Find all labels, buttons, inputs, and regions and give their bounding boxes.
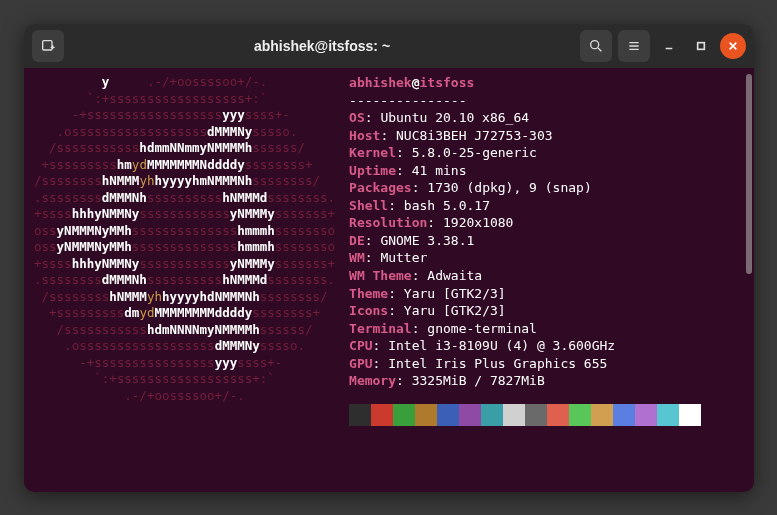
neofetch-logo: y .-/+oossssoo+/-. `:+ssssssssssssssssss…: [34, 74, 335, 482]
neofetch-info: abhishek@itsfoss --------------- OS: Ubu…: [349, 74, 701, 482]
info-key: Host: [349, 128, 380, 143]
info-value: 41 mins: [412, 163, 467, 178]
info-value: GNOME 3.38.1: [380, 233, 474, 248]
info-key: Kernel: [349, 145, 396, 160]
terminal-window: abhishek@itsfoss: ~ y .-/+oossssoo+/-.: [24, 24, 754, 492]
info-key: Theme: [349, 286, 388, 301]
svg-line-4: [598, 48, 601, 51]
info-value: gnome-terminal: [427, 321, 537, 336]
info-value: 3325MiB / 7827MiB: [412, 373, 545, 388]
hostname: itsfoss: [420, 75, 475, 90]
info-key: Resolution: [349, 215, 427, 230]
info-value: 5.8.0-25-generic: [412, 145, 537, 160]
info-value: Yaru [GTK2/3]: [404, 286, 506, 301]
info-row: Packages: 1730 (dpkg), 9 (snap): [349, 179, 701, 197]
color-swatch: [503, 404, 525, 426]
close-button[interactable]: [720, 33, 746, 59]
color-swatch: [679, 404, 701, 426]
info-row: Theme: Yaru [GTK2/3]: [349, 285, 701, 303]
color-swatch: [547, 404, 569, 426]
info-row: WM Theme: Adwaita: [349, 267, 701, 285]
username: abhishek: [349, 75, 412, 90]
color-swatch: [613, 404, 635, 426]
info-key: GPU: [349, 356, 372, 371]
info-row: OS: Ubuntu 20.10 x86_64: [349, 109, 701, 127]
info-row: Kernel: 5.8.0-25-generic: [349, 144, 701, 162]
info-key: Memory: [349, 373, 396, 388]
scrollbar[interactable]: [746, 74, 752, 274]
info-key: CPU: [349, 338, 372, 353]
color-swatch: [349, 404, 371, 426]
color-swatch: [657, 404, 679, 426]
info-key: Packages: [349, 180, 412, 195]
info-row: CPU: Intel i3-8109U (4) @ 3.600GHz: [349, 337, 701, 355]
svg-rect-9: [698, 43, 705, 50]
info-row: DE: GNOME 3.38.1: [349, 232, 701, 250]
window-title: abhishek@itsfoss: ~: [70, 38, 574, 54]
info-value: Intel i3-8109U (4) @ 3.600GHz: [388, 338, 615, 353]
info-value: NUC8i3BEH J72753-303: [396, 128, 553, 143]
color-swatch: [371, 404, 393, 426]
color-swatch: [415, 404, 437, 426]
info-key: OS: [349, 110, 365, 125]
info-key: DE: [349, 233, 365, 248]
info-value: Adwaita: [427, 268, 482, 283]
info-value: Intel Iris Plus Graphics 655: [388, 356, 607, 371]
color-swatch: [481, 404, 503, 426]
info-key: WM: [349, 250, 365, 265]
info-row: Memory: 3325MiB / 7827MiB: [349, 372, 701, 390]
info-row: Shell: bash 5.0.17: [349, 197, 701, 215]
info-key: Uptime: [349, 163, 396, 178]
titlebar: abhishek@itsfoss: ~: [24, 24, 754, 68]
search-button[interactable]: [580, 30, 612, 62]
user-host-line: abhishek@itsfoss: [349, 74, 701, 92]
info-value: bash 5.0.17: [404, 198, 490, 213]
info-value: Ubuntu 20.10 x86_64: [380, 110, 529, 125]
svg-rect-0: [43, 41, 52, 50]
info-key: WM Theme: [349, 268, 412, 283]
info-row: Terminal: gnome-terminal: [349, 320, 701, 338]
info-value: Yaru [GTK2/3]: [404, 303, 506, 318]
info-value: Mutter: [380, 250, 427, 265]
info-row: WM: Mutter: [349, 249, 701, 267]
info-row: Icons: Yaru [GTK2/3]: [349, 302, 701, 320]
color-swatch: [525, 404, 547, 426]
svg-point-3: [591, 41, 599, 49]
color-swatch: [591, 404, 613, 426]
terminal-body[interactable]: y .-/+oossssoo+/-. `:+ssssssssssssssssss…: [24, 68, 754, 492]
info-key: Icons: [349, 303, 388, 318]
info-row: Resolution: 1920x1080: [349, 214, 701, 232]
color-palette: [349, 404, 701, 426]
info-row: Uptime: 41 mins: [349, 162, 701, 180]
info-row: Host: NUC8i3BEH J72753-303: [349, 127, 701, 145]
minimize-button[interactable]: [656, 33, 682, 59]
info-row: GPU: Intel Iris Plus Graphics 655: [349, 355, 701, 373]
separator-dashes: ---------------: [349, 92, 701, 110]
color-swatch: [459, 404, 481, 426]
info-value: 1920x1080: [443, 215, 513, 230]
at-sign: @: [412, 75, 420, 90]
maximize-button[interactable]: [688, 33, 714, 59]
info-key: Shell: [349, 198, 388, 213]
new-tab-button[interactable]: [32, 30, 64, 62]
color-swatch: [437, 404, 459, 426]
info-value: 1730 (dpkg), 9 (snap): [427, 180, 591, 195]
color-swatch: [393, 404, 415, 426]
info-key: Terminal: [349, 321, 412, 336]
color-swatch: [635, 404, 657, 426]
color-swatch: [569, 404, 591, 426]
menu-button[interactable]: [618, 30, 650, 62]
